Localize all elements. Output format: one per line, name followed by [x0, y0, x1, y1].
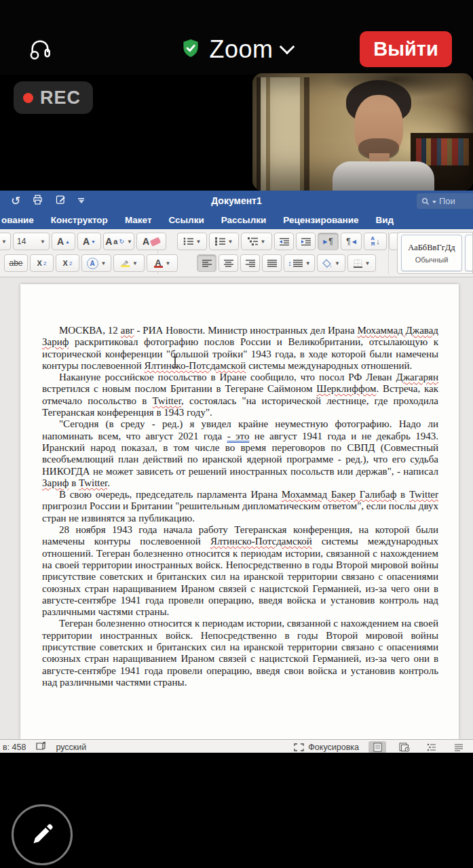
search-icon: [421, 197, 430, 205]
reading-view-icon: [399, 743, 410, 752]
tab-Конструктор[interactable]: Конструктор: [51, 215, 108, 225]
justify-button[interactable]: [262, 254, 282, 272]
outline-view-button[interactable]: [423, 741, 440, 753]
tab-Рецензирование[interactable]: Рецензирование: [283, 215, 358, 225]
word-window: ↺ Документ1 Пои ованиеКонст: [0, 191, 473, 754]
ribbon-tabs: ованиеКонструкторМакетСсылкиРассылкиРеце…: [0, 211, 473, 229]
shrink-font-button[interactable]: A▼: [77, 233, 101, 250]
search-label: Пои: [439, 196, 455, 206]
line-spacing-icon: [293, 260, 303, 267]
text-effects-button[interactable]: A ▼: [81, 254, 111, 272]
indent-icon: [301, 238, 311, 245]
highlighter-icon: [120, 260, 130, 267]
font-color-button[interactable]: A ▼: [147, 254, 178, 272]
paragraph[interactable]: Накануне российское посольство в Иране с…: [42, 372, 438, 418]
highlight-button[interactable]: ▼: [113, 254, 145, 272]
rtl-paragraph-button[interactable]: ¶◀: [341, 233, 362, 250]
security-shield-icon: [181, 37, 201, 62]
tab-Ссылки[interactable]: Ссылки: [169, 215, 204, 225]
align-left-icon: [202, 260, 212, 267]
document-page[interactable]: МОСКВА, 12 авг - РИА Новости. Министр ин…: [20, 284, 459, 739]
paragraph[interactable]: "Сегодня (в среду - ред.) я увидел крайн…: [42, 418, 438, 489]
zoom-meeting-topbar: Zoom Выйти: [0, 0, 473, 75]
superscript-button[interactable]: X2: [56, 254, 79, 272]
shading-button[interactable]: ▼: [317, 254, 345, 272]
align-right-button[interactable]: [240, 254, 260, 272]
justify-icon: [267, 260, 277, 267]
bullets-button[interactable]: ▼: [177, 233, 207, 250]
search-dropdown-icon: [432, 201, 436, 203]
decrease-indent-button[interactable]: [274, 233, 294, 250]
recording-badge: REC: [14, 81, 93, 114]
sort-button[interactable]: АЯ ↓: [364, 233, 387, 250]
paint-bucket-icon: [322, 259, 332, 268]
print-layout-icon: [373, 743, 382, 752]
text-cursor-ibeam: [172, 356, 178, 371]
pencil-icon: [29, 821, 56, 848]
document-title: Документ1: [0, 195, 473, 206]
chevron-down-icon: [279, 39, 295, 55]
align-left-button[interactable]: [197, 254, 216, 272]
document-canvas: МОСКВА, 12 авг - РИА Новости. Министр ин…: [0, 277, 473, 739]
numbering-button[interactable]: ▼: [209, 233, 239, 250]
zoom-app-label: Zoom: [209, 35, 273, 64]
proofing-status-icon[interactable]: [35, 741, 46, 753]
leave-meeting-button[interactable]: Выйти: [360, 31, 452, 67]
tab-Рассылки[interactable]: Рассылки: [221, 215, 267, 225]
focus-mode-button[interactable]: Фокусировка: [294, 743, 359, 752]
style-normal[interactable]: АаБбВвГгДд Обычный: [401, 235, 462, 271]
align-center-button[interactable]: [219, 254, 238, 272]
subscript-button[interactable]: X2: [30, 254, 54, 272]
font-color-icon: A: [154, 258, 163, 268]
participant-video[interactable]: [252, 73, 473, 191]
draft-view-button[interactable]: [450, 741, 468, 753]
recording-label: REC: [40, 87, 81, 108]
recording-dot-icon: [23, 93, 33, 103]
ltr-paragraph-button[interactable]: ▶¶: [318, 233, 339, 250]
change-case-button[interactable]: Aa↻▼: [103, 233, 134, 250]
outdent-icon: [280, 238, 289, 245]
word-statusbar: в: 458 русский Фокусировка: [0, 739, 473, 754]
word-titlebar: ↺ Документ1 Пои: [0, 191, 473, 211]
bullet-list-icon: [183, 237, 193, 245]
numbered-list-icon: [215, 237, 225, 245]
grow-font-button[interactable]: A▲: [52, 233, 75, 250]
search-box[interactable]: Пои: [417, 193, 473, 209]
multilevel-list-button[interactable]: ▼: [241, 233, 272, 250]
draft-view-icon: [454, 743, 463, 751]
word-count[interactable]: в: 458: [3, 743, 26, 752]
strikethrough-button[interactable]: abe: [4, 254, 28, 272]
tab-Макет[interactable]: Макет: [125, 215, 152, 225]
screen-share-strip: REC: [0, 75, 473, 191]
paragraph[interactable]: 28 ноября 1943 года начала работу Тегера…: [42, 524, 438, 618]
multilevel-list-icon: [248, 237, 258, 245]
language-status[interactable]: русский: [56, 743, 86, 752]
increase-indent-button[interactable]: [296, 233, 316, 250]
paragraph[interactable]: Тегеран болезненно относится к периодам …: [42, 618, 438, 688]
style-no-spacing[interactable]: Аа Бе: [465, 235, 473, 271]
line-spacing-button[interactable]: ↕▼: [284, 254, 315, 272]
outline-view-icon: [427, 743, 436, 751]
font-name-dropdown[interactable]: ▼: [0, 233, 11, 250]
text-effects-icon: A: [87, 258, 98, 269]
tab-Вид[interactable]: Вид: [376, 215, 394, 225]
focus-icon: [294, 743, 304, 751]
tab-ование[interactable]: ование: [1, 215, 34, 225]
borders-icon: [354, 259, 362, 268]
print-layout-view-button[interactable]: [368, 741, 386, 753]
align-right-icon: [246, 260, 255, 267]
document-text: МОСКВА, 12 авг - РИА Новости. Министр ин…: [20, 284, 459, 688]
clear-formatting-button[interactable]: A: [136, 233, 166, 250]
align-center-icon: [224, 260, 233, 267]
paragraph[interactable]: МОСКВА, 12 авг - РИА Новости. Министр ин…: [42, 325, 438, 372]
styles-gallery: АаБбВвГгДд Обычный Аа Бе: [397, 232, 473, 274]
annotate-button[interactable]: [12, 804, 73, 865]
paragraph[interactable]: В свою очередь, председатель парламента …: [42, 489, 438, 524]
font-size-dropdown[interactable]: 14▼: [13, 233, 50, 250]
borders-button[interactable]: ▼: [347, 254, 376, 272]
zoom-bottombar: [0, 753, 473, 868]
word-ribbon: ▼ 14▼ A▲ A▼ Aa↻▼ A ▼ ▼ ▼: [0, 229, 473, 277]
reading-view-button[interactable]: [396, 741, 413, 753]
